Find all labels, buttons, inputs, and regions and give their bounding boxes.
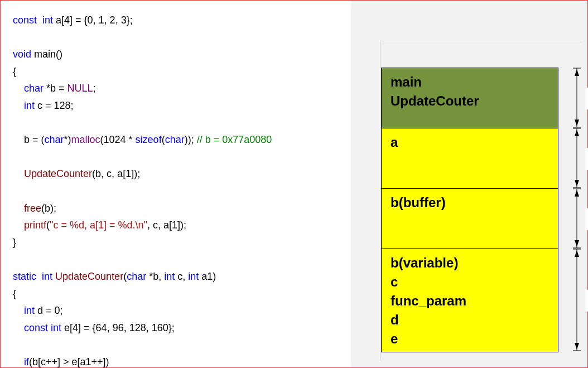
bracket-heap [571,188,583,248]
code-pane: const int a[4] = {0, 1, 2, 3}; void main… [1,1,351,367]
label-stack: Stack [585,290,588,312]
svg-marker-3 [575,69,579,76]
memory-diagram: main UpdateCouter a b(buffer) b(variable… [351,1,587,367]
svg-marker-14 [575,240,579,247]
mem-heap-line1: b(buffer) [391,193,549,212]
memory-row-code: main UpdateCouter [382,68,558,128]
svg-marker-19 [575,343,579,350]
bracket-static [571,128,583,188]
mem-stack-line3: func_param [391,291,549,310]
memory-table: main UpdateCouter a b(buffer) b(variable… [381,68,558,352]
mem-stack-line4: d [391,310,549,329]
memory-row-stack: b(variable) c func_param d e [382,249,558,352]
bracket-stack [571,248,583,351]
label-static: Static [585,148,588,170]
svg-marker-18 [575,250,579,257]
mem-stack-line5: e [391,329,549,348]
label-code: Code [585,88,588,109]
mem-code-line1: main [391,73,549,92]
memory-row-static: a [382,128,558,189]
mem-static-line1: a [391,133,549,152]
diagram-frame: const int a[4] = {0, 1, 2, 3}; void main… [0,0,588,368]
mem-code-line2: UpdateCouter [391,92,549,111]
mem-stack-line1: b(variable) [391,254,549,273]
svg-marker-8 [575,130,579,136]
label-heap: Heap [585,208,588,230]
memory-row-heap: b(buffer) [382,189,558,249]
bracket-code [571,68,583,128]
mem-stack-line2: c [391,273,549,291]
svg-marker-4 [575,120,579,126]
bracket-column [571,68,583,351]
svg-marker-9 [575,180,579,187]
svg-marker-13 [575,190,579,197]
